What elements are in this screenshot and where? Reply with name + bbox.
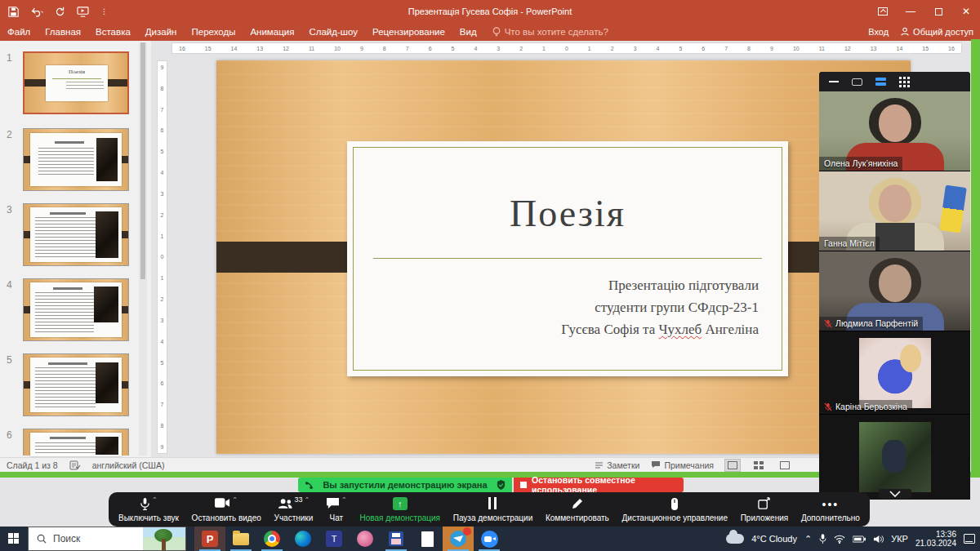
tray-expand-chevron[interactable]: ⌃ (804, 534, 812, 544)
participant-tile-3[interactable]: Людмила Парфентій (819, 251, 970, 331)
taskbar-teams-icon[interactable]: T (318, 527, 350, 551)
thumbnail-slide-3[interactable] (23, 203, 129, 266)
battery-icon[interactable] (853, 535, 866, 543)
tab-file[interactable]: Файл (0, 23, 38, 41)
taskbar-edge-icon[interactable] (287, 527, 318, 551)
subtitle-line-1: Презентацію підготували (561, 274, 759, 296)
decor (35, 217, 96, 258)
slide-title-text[interactable]: Поезія (347, 192, 788, 235)
speaker-view-icon[interactable] (852, 78, 862, 86)
close-button[interactable]: ✕ (952, 0, 980, 23)
normal-view-button[interactable] (725, 460, 740, 471)
chevron-up-icon[interactable]: ⌃ (152, 496, 158, 504)
panel-minimize-icon[interactable] (829, 81, 839, 82)
taskbar-zoom-icon[interactable] (474, 527, 505, 551)
chevron-up-icon[interactable]: ⌃ (341, 496, 347, 504)
action-center-icon[interactable] (964, 534, 975, 544)
taskbar-telegram-icon[interactable] (443, 527, 474, 551)
more-button[interactable]: ••• Дополнительно (801, 497, 860, 522)
annotate-button[interactable]: Комментировать (546, 497, 609, 522)
pause-share-button[interactable]: Пауза демонстрации (453, 497, 533, 522)
keyboard-language[interactable]: УКР (891, 534, 908, 544)
slide-subtitle-text[interactable]: Презентацію підготували студенти групи С… (561, 274, 759, 340)
decor (122, 156, 128, 163)
remote-control-button[interactable]: Дистанционное управление (622, 497, 728, 522)
share-button[interactable]: Общий доступ (900, 27, 973, 37)
subtitle-line-3: Гусєва Софія та Чухлеб Ангеліна (561, 318, 759, 340)
thumbnail-scrollbar[interactable] (139, 42, 147, 455)
customize-qat-button[interactable]: ⋮ (100, 7, 108, 16)
participant-tile-4[interactable]: Каріна Берьозкіна (819, 331, 970, 415)
tray-microphone-icon[interactable] (819, 534, 826, 544)
participants-button[interactable]: 33 ⌃ Участники (274, 497, 314, 522)
tab-slideshow[interactable]: Слайд-шоу (301, 23, 365, 41)
grid-view-icon[interactable] (899, 77, 910, 87)
apps-button[interactable]: Приложения (741, 497, 789, 522)
start-button[interactable] (0, 527, 28, 551)
tab-view[interactable]: Вид (452, 23, 484, 41)
participant-tile-5[interactable] (819, 415, 970, 500)
minimize-button[interactable]: — (897, 0, 924, 23)
tab-transitions[interactable]: Переходы (184, 23, 243, 41)
comments-button[interactable]: Примечания (651, 460, 714, 470)
chevron-up-icon[interactable]: ⌃ (232, 496, 238, 504)
proofing-icon[interactable] (69, 460, 81, 470)
participant-name-label: Олена Лук’янихіна (819, 157, 902, 171)
tab-insert[interactable]: Вставка (88, 23, 138, 41)
reading-view-icon (780, 461, 790, 469)
tab-design[interactable]: Дизайн (138, 23, 185, 41)
speaker-icon[interactable] (873, 535, 884, 544)
collapse-videos-button[interactable] (879, 489, 911, 499)
taskbar-document-icon[interactable] (412, 527, 443, 551)
tab-home[interactable]: Главная (38, 23, 88, 41)
chat-button[interactable]: ⌃ Чат (326, 497, 347, 522)
powerpoint-icon: P (202, 531, 218, 547)
stop-sharing-button[interactable]: Остановить совместное использование (514, 478, 684, 492)
tell-me-box[interactable]: Что вы хотите сделать? (492, 27, 608, 38)
taskbar-chrome-icon[interactable] (256, 527, 287, 551)
signin-button[interactable]: Вход (868, 27, 889, 37)
save-icon[interactable] (8, 7, 19, 17)
slide-canvas[interactable]: Поезія Презентацію підготували студенти … (216, 60, 911, 454)
notes-button[interactable]: Заметки (595, 460, 639, 470)
slide-title-card[interactable]: Поезія Презентацію підготували студенти … (347, 141, 788, 376)
slide-number: 3 (7, 204, 12, 216)
mini-card (30, 282, 122, 337)
participant-tile-1[interactable]: Олена Лук’янихіна (819, 91, 970, 171)
muted-mic-icon (824, 319, 832, 328)
mute-button[interactable]: ⌃ Выключить звук (118, 497, 179, 522)
thumbnail-slide-1[interactable]: Поезія (23, 51, 129, 114)
redo-button[interactable] (55, 7, 65, 17)
thumbnail-slide-6[interactable] (23, 429, 129, 455)
chevron-up-icon[interactable]: ⌃ (305, 496, 310, 504)
taskbar-save-app-icon[interactable] (381, 527, 412, 551)
weather-text[interactable]: 4°C Cloudy (751, 534, 797, 544)
taskbar-app-icon[interactable] (350, 527, 381, 551)
taskbar-explorer-icon[interactable] (225, 527, 256, 551)
slide-sorter-view-button[interactable] (751, 460, 766, 471)
thumbnail-slide-5[interactable] (23, 353, 129, 416)
ribbon-display-options-button[interactable] (869, 0, 897, 23)
system-tray: 4°C Cloudy ⌃ УКР 13:3621.03.2024 (726, 527, 975, 551)
ukraine-flag (939, 184, 967, 233)
start-slideshow-button[interactable] (77, 7, 89, 17)
tab-review[interactable]: Рецензирование (365, 23, 452, 41)
wifi-icon[interactable] (834, 535, 845, 544)
participant-tile-2[interactable]: Ганна Мітїєл (819, 171, 970, 251)
decor (35, 292, 94, 333)
thumbnail-slide-2[interactable] (23, 128, 129, 191)
tab-animations[interactable]: Анимация (243, 23, 301, 41)
new-share-button[interactable]: ↑ Новая демонстрация (359, 497, 440, 522)
stop-video-button[interactable]: ⌃ Остановить видео (192, 497, 261, 522)
scrollbar-thumb[interactable] (140, 42, 145, 279)
language-indicator[interactable]: английский (США) (92, 460, 165, 470)
taskbar-clock[interactable]: 13:3621.03.2024 (915, 530, 956, 548)
taskbar-search-input[interactable]: Поиск (28, 527, 186, 551)
gallery-view-icon[interactable] (875, 78, 886, 86)
undo-button[interactable] (30, 7, 43, 17)
reading-view-button[interactable] (777, 460, 792, 471)
sharing-banner-text: Вы запустили демонстрацию экрана (323, 480, 487, 490)
maximize-button[interactable] (924, 0, 952, 23)
thumbnail-slide-4[interactable] (23, 278, 129, 341)
taskbar-powerpoint-icon[interactable]: P (194, 527, 225, 551)
